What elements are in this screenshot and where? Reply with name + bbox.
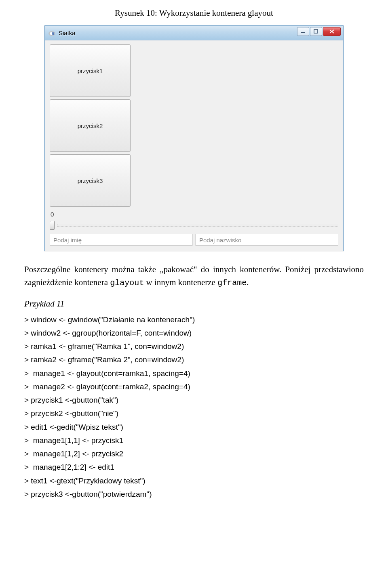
slider-value-label: 0	[50, 209, 338, 218]
button-column: przycisk1 przycisk2 przycisk3	[50, 44, 131, 207]
window-controls	[297, 27, 341, 36]
code-block: > window <- gwindow("Działanie na konten…	[24, 313, 364, 501]
window-title: Siatka	[59, 29, 76, 36]
maximize-button[interactable]	[310, 27, 322, 36]
svg-text:R: R	[51, 31, 55, 36]
body-text-part3: .	[247, 277, 249, 287]
przycisk3-button[interactable]: przycisk3	[50, 154, 131, 207]
przycisk1-button[interactable]: przycisk1	[50, 44, 131, 97]
code-inline-gframe: gframe	[217, 278, 247, 288]
figure-caption: Rysunek 10: Wykorzystanie kontenera glay…	[24, 8, 364, 18]
svg-rect-3	[301, 32, 305, 33]
code-inline-glayout: glayout	[110, 278, 144, 288]
body-paragraph: Poszczególne kontenery można także „pako…	[24, 263, 364, 289]
example-heading: Przykład 11	[24, 299, 364, 309]
slider-track	[57, 224, 338, 227]
przycisk2-button[interactable]: przycisk2	[50, 99, 131, 152]
minimize-button[interactable]	[297, 27, 309, 36]
body-text-part2: w innym kontenerze	[144, 277, 217, 287]
title-bar: R Siatka	[45, 26, 343, 40]
first-name-input[interactable]: Podaj imię	[50, 234, 192, 246]
slider-thumb[interactable]	[50, 221, 55, 230]
svg-rect-4	[314, 29, 318, 33]
last-name-input[interactable]: Podaj nazwisko	[196, 234, 338, 246]
slider[interactable]	[50, 221, 338, 230]
input-row: Podaj imię Podaj nazwisko	[50, 234, 338, 246]
close-button[interactable]	[323, 27, 341, 36]
app-window: R Siatka przyc	[44, 25, 344, 251]
window-body: przycisk1 przycisk2 przycisk3 0 Podaj im…	[45, 40, 343, 251]
r-app-icon: R	[48, 29, 55, 37]
